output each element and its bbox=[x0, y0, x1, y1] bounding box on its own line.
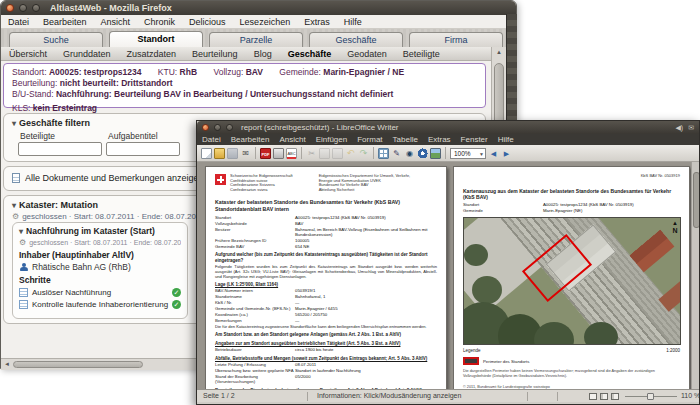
tab-geschaefte[interactable]: Geschäfte bbox=[309, 32, 403, 47]
menu-lesezeichen[interactable]: Lesezeichen bbox=[233, 17, 298, 27]
document-reference: KbS BAV Nr. 0503919 bbox=[463, 173, 680, 178]
nachfuehrung-title[interactable]: Nachführung im Kataster (Start) bbox=[19, 226, 181, 236]
subtab-beteiligte[interactable]: Beteiligte bbox=[395, 49, 448, 59]
zoom-slider[interactable] bbox=[625, 396, 677, 397]
paste-icon[interactable] bbox=[332, 148, 343, 159]
scrollbar-thumb[interactable] bbox=[13, 361, 143, 368]
scroll-up-icon[interactable]: ▲ bbox=[492, 49, 506, 55]
menu-datei[interactable]: Datei bbox=[197, 135, 226, 144]
menu-datei[interactable]: Datei bbox=[1, 17, 36, 27]
menu-chronik[interactable]: Chronik bbox=[137, 17, 182, 27]
zoom-slider-knob[interactable] bbox=[647, 393, 654, 400]
cut-icon[interactable] bbox=[306, 148, 317, 159]
navigator-icon[interactable] bbox=[417, 148, 428, 159]
undo-icon[interactable] bbox=[345, 148, 356, 159]
paragraph: Folgende Tätigkeiten wurden bis zum Zeit… bbox=[215, 264, 437, 279]
zoom-value: 100% bbox=[454, 149, 471, 159]
draw-functions-icon[interactable] bbox=[391, 148, 402, 159]
open-icon[interactable] bbox=[214, 148, 225, 159]
gear-icon bbox=[19, 238, 29, 247]
tab-standort[interactable]: Standort bbox=[109, 31, 203, 47]
close-icon[interactable] bbox=[202, 124, 209, 131]
tab-suche[interactable]: Suche bbox=[9, 32, 103, 47]
new-document-icon[interactable] bbox=[201, 148, 212, 159]
close-icon[interactable] bbox=[6, 4, 14, 12]
beteiligte-input[interactable] bbox=[18, 142, 102, 156]
spellcheck-icon[interactable] bbox=[286, 148, 297, 159]
book-view-icon[interactable] bbox=[611, 393, 619, 400]
data-row: Letzte Prüfung / Erfassung08.07.2011 bbox=[215, 362, 437, 367]
tab-parzelle[interactable]: Parzelle bbox=[209, 32, 303, 47]
menu-bearbeiten[interactable]: Bearbeiten bbox=[226, 135, 275, 144]
info-label: Beurteilung: bbox=[12, 78, 57, 88]
info-label: Standort: bbox=[12, 67, 47, 77]
subtab-uebersicht[interactable]: Übersicht bbox=[1, 49, 55, 59]
scroll-left-icon[interactable]: ◄ bbox=[4, 361, 10, 367]
menu-ansicht[interactable]: Ansicht bbox=[94, 17, 138, 27]
inhaber-label: Inhaber (Hauptinhaber AltlV) bbox=[19, 250, 181, 260]
zoom-level: 110 % bbox=[681, 390, 700, 402]
volume-icon[interactable]: ◀) bbox=[675, 124, 683, 132]
subtab-grunddaten[interactable]: Grunddaten bbox=[55, 49, 119, 59]
inhaber-row[interactable]: Rhätische Bahn AG (RhB) bbox=[19, 262, 181, 272]
subtab-geschaefte[interactable]: Geschäfte bbox=[280, 49, 340, 59]
browser-tabstrip: Suche Standort Parzelle Geschäfte Firma bbox=[1, 29, 506, 47]
maximize-icon[interactable] bbox=[32, 4, 40, 12]
zoom-combobox[interactable]: 100% ▼ bbox=[450, 148, 486, 159]
insert-table-icon[interactable] bbox=[378, 148, 389, 159]
save-icon[interactable] bbox=[227, 148, 238, 159]
data-row: Bemerkungen— bbox=[215, 318, 437, 323]
menu-bearbeiten[interactable]: Bearbeiten bbox=[36, 17, 94, 27]
single-page-view-icon[interactable] bbox=[589, 393, 597, 400]
data-row: Betriebsdauercirca 1900 bis heute bbox=[215, 347, 437, 352]
menu-extras[interactable]: Extras bbox=[423, 135, 456, 144]
step-row[interactable]: Kontrolle laufende Inhaberorientierung bbox=[19, 300, 181, 309]
minimize-icon[interactable] bbox=[19, 4, 27, 12]
vertical-scrollbar[interactable] bbox=[691, 162, 699, 389]
tab-firma[interactable]: Firma bbox=[409, 32, 503, 47]
document-area: Schweizerische Eidgenossenschaft Confédé… bbox=[197, 162, 699, 389]
section-heading: Angaben zur am Standort ausgeübten betri… bbox=[215, 341, 437, 346]
info-label: Vollzug: bbox=[213, 67, 243, 77]
legend-item: Perimeter des Standorts bbox=[463, 357, 680, 365]
subtab-zusatzdaten[interactable]: Zusatzdaten bbox=[119, 49, 185, 59]
menu-fenster[interactable]: Fenster bbox=[456, 135, 493, 144]
step-label: Kontrolle laufende Inhaberorientierung bbox=[32, 300, 168, 309]
footnote: Die dargestellten Perimeter haben keinen… bbox=[463, 369, 680, 378]
menu-einfuegen[interactable]: Einfügen bbox=[311, 135, 353, 144]
copy-icon[interactable] bbox=[319, 148, 330, 159]
subtab-blog[interactable]: Blog bbox=[246, 49, 280, 59]
document-page-2: KbS BAV Nr. 0503919 Kartenauszug aus dem… bbox=[453, 166, 690, 389]
menu-extras[interactable]: Extras bbox=[297, 17, 337, 27]
menu-format[interactable]: Format bbox=[352, 135, 387, 144]
previous-page-icon[interactable] bbox=[488, 148, 499, 159]
check-done-icon bbox=[172, 300, 181, 309]
multi-page-view-icon[interactable] bbox=[600, 393, 608, 400]
menu-hilfe[interactable]: Hilfe bbox=[493, 135, 519, 144]
menu-delicious[interactable]: Delicious bbox=[182, 17, 233, 27]
step-row[interactable]: Auslöser Nachführung bbox=[19, 288, 181, 297]
export-pdf-icon[interactable] bbox=[260, 148, 271, 159]
subtab-geodaten[interactable]: Geodaten bbox=[339, 49, 395, 59]
minimize-icon[interactable] bbox=[214, 124, 221, 131]
document-icon bbox=[12, 173, 20, 183]
beteiligte-label: Beteiligte bbox=[20, 131, 55, 141]
tree-cluster bbox=[584, 322, 618, 345]
email-icon[interactable] bbox=[240, 148, 251, 159]
next-page-icon[interactable] bbox=[501, 148, 512, 159]
inhaber-name: Rhätische Bahn AG (RhB) bbox=[32, 262, 131, 272]
mail-indicator-icon[interactable]: ✉ bbox=[688, 124, 694, 132]
subtab-beurteilung[interactable]: Beurteilung bbox=[184, 49, 246, 59]
north-arrow-icon bbox=[672, 220, 678, 234]
writer-titlebar: report (schreibgeschützt) - LibreOffice … bbox=[197, 121, 699, 134]
gallery-icon[interactable] bbox=[430, 148, 441, 159]
menu-ansicht[interactable]: Ansicht bbox=[274, 135, 310, 144]
menu-hilfe[interactable]: Hilfe bbox=[337, 17, 369, 27]
aufgabentitel-input[interactable] bbox=[106, 142, 180, 156]
maximize-icon[interactable] bbox=[226, 124, 233, 131]
scrollbar-thumb[interactable] bbox=[693, 172, 699, 228]
find-replace-icon[interactable] bbox=[404, 148, 415, 159]
redo-icon[interactable] bbox=[358, 148, 369, 159]
print-icon[interactable] bbox=[273, 148, 284, 159]
menu-tabelle[interactable]: Tabelle bbox=[388, 135, 423, 144]
